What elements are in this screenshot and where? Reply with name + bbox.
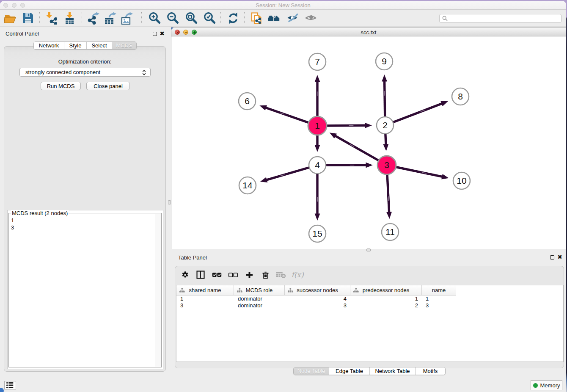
refresh-view-button[interactable] <box>226 11 240 25</box>
save-session-icon <box>22 12 34 25</box>
cell-predecessor-nodes[interactable]: 2 <box>350 302 422 309</box>
new-network-from-selection-button[interactable] <box>250 11 263 25</box>
function-builder-button[interactable]: f(x) <box>291 268 304 281</box>
edge-arrowhead <box>315 75 320 82</box>
edge-2-8[interactable] <box>385 103 442 125</box>
search-icon <box>442 16 448 21</box>
add-row-button[interactable] <box>243 268 256 281</box>
edge-label-smudge <box>350 165 355 165</box>
hide-selected-icon <box>286 12 299 25</box>
tab-motifs[interactable]: Motifs <box>416 367 445 375</box>
run-mcds-button[interactable]: Run MCDS <box>41 82 81 90</box>
control-panel-float-button[interactable] <box>153 32 157 36</box>
cell-name[interactable]: 1 <box>422 295 456 302</box>
tab-node-table[interactable]: Node Table <box>294 367 329 375</box>
network-graph: 1234678910111415 <box>171 36 566 249</box>
optimization-criterion-label: Optimization criterion: <box>4 58 165 65</box>
delete-table-icon <box>275 269 286 280</box>
tab-mcds[interactable]: MCDS <box>112 42 136 49</box>
network-window-titlebar[interactable]: scc.txt <box>171 27 566 36</box>
cell-successor-nodes[interactable]: 4 <box>285 295 350 302</box>
horizontal-splitter-grip[interactable] <box>366 248 371 251</box>
function-builder-icon: f(x) <box>291 271 303 279</box>
network-canvas[interactable]: 1234678910111415 <box>171 36 566 249</box>
cell-MCDS-role[interactable]: dominator <box>234 295 285 302</box>
zoom-selected-button[interactable] <box>203 11 216 25</box>
vertical-splitter-grip[interactable] <box>168 200 171 204</box>
save-session-button[interactable] <box>21 11 35 25</box>
tab-network-table[interactable]: Network Table <box>370 367 416 375</box>
delete-row-button[interactable] <box>259 268 272 281</box>
control-panel-close-button[interactable]: ✖ <box>159 31 165 37</box>
unselect-all-icon <box>228 270 238 280</box>
node-label-2: 2 <box>383 120 388 130</box>
cell-successor-nodes[interactable]: 3 <box>285 302 350 309</box>
result-scrollbar[interactable] <box>155 214 161 367</box>
split-columns-icon <box>196 270 205 279</box>
search-input[interactable] <box>439 14 561 23</box>
mcds-result-box: MCDS result (2 nodes) 13 <box>7 210 163 369</box>
import-network-button[interactable] <box>44 11 58 25</box>
first-neighbors-icon <box>267 12 280 25</box>
delete-table-button[interactable] <box>275 268 287 281</box>
zoom-out-button[interactable] <box>166 11 179 25</box>
split-columns-button[interactable] <box>194 268 207 281</box>
select-all-button[interactable] <box>210 268 223 281</box>
memory-button[interactable]: Memory <box>531 380 562 390</box>
node-label-11: 11 <box>385 227 395 237</box>
export-network-button[interactable] <box>87 11 100 25</box>
import-table-icon <box>63 12 76 25</box>
column-header-name[interactable]: name <box>422 285 456 295</box>
table-panel-title: Table Panel <box>178 254 207 261</box>
toolbar-separator <box>39 12 40 24</box>
zoom-out-icon <box>166 12 179 25</box>
show-all-button[interactable] <box>304 11 318 25</box>
column-label: successor nodes <box>297 287 338 293</box>
column-header-shared-name[interactable]: shared name <box>176 285 234 295</box>
table-panel-float-button[interactable] <box>550 255 554 259</box>
tab-select[interactable]: Select <box>87 42 112 49</box>
control-panel-title: Control Panel <box>6 30 39 37</box>
tab-edge-table[interactable]: Edge Table <box>329 367 370 375</box>
edge-label-smudge <box>349 125 353 126</box>
column-header-predecessor-nodes[interactable]: predecessor nodes <box>350 285 422 295</box>
zoom-selected-icon <box>203 12 216 25</box>
toolbar-separator <box>82 12 82 24</box>
table-panel-close-button[interactable]: ✖ <box>557 254 563 260</box>
open-session-button[interactable] <box>3 11 17 25</box>
cell-predecessor-nodes[interactable]: 1 <box>350 295 422 302</box>
edge-arrowhead <box>365 123 372 128</box>
zoom-fit-button[interactable] <box>184 11 198 25</box>
table-panel: Table Panel ✖ f(x) shared nameMCDS roles… <box>171 252 566 377</box>
edge-arrowhead <box>259 105 267 110</box>
unselect-all-button[interactable] <box>226 268 239 281</box>
close-panel-button[interactable]: Close panel <box>86 82 130 90</box>
edge-arrowhead <box>383 144 389 151</box>
cell-MCDS-role[interactable]: dominator <box>234 302 285 309</box>
export-table-button[interactable] <box>104 11 117 25</box>
cell-shared-name[interactable]: 1 <box>176 295 234 302</box>
shared-column-icon <box>288 288 293 293</box>
tab-network[interactable]: Network <box>34 42 64 49</box>
column-header-MCDS-role[interactable]: MCDS role <box>234 285 285 295</box>
refresh-view-icon <box>227 12 239 25</box>
cell-shared-name[interactable]: 3 <box>176 302 234 309</box>
hide-selected-button[interactable] <box>286 11 300 25</box>
tab-style[interactable]: Style <box>64 42 87 49</box>
memory-status-icon <box>533 383 538 388</box>
first-neighbors-button[interactable] <box>267 11 281 25</box>
node-label-8: 8 <box>458 91 463 101</box>
column-label: MCDS role <box>246 287 273 293</box>
zoom-in-button[interactable] <box>148 11 161 25</box>
criterion-dropdown[interactable]: strongly connected component <box>19 68 151 77</box>
column-header-successor-nodes[interactable]: successor nodes <box>285 285 350 295</box>
import-table-button[interactable] <box>63 11 76 25</box>
macos-titlebar: Session: New Session <box>0 1 566 10</box>
export-image-button[interactable] <box>120 11 134 25</box>
table-options-button[interactable] <box>179 268 191 281</box>
cell-name[interactable]: 3 <box>422 302 456 309</box>
select-all-icon <box>212 270 222 280</box>
node-label-9: 9 <box>382 56 387 66</box>
network-list-button[interactable] <box>4 381 16 389</box>
result-item: 1 <box>11 217 14 224</box>
